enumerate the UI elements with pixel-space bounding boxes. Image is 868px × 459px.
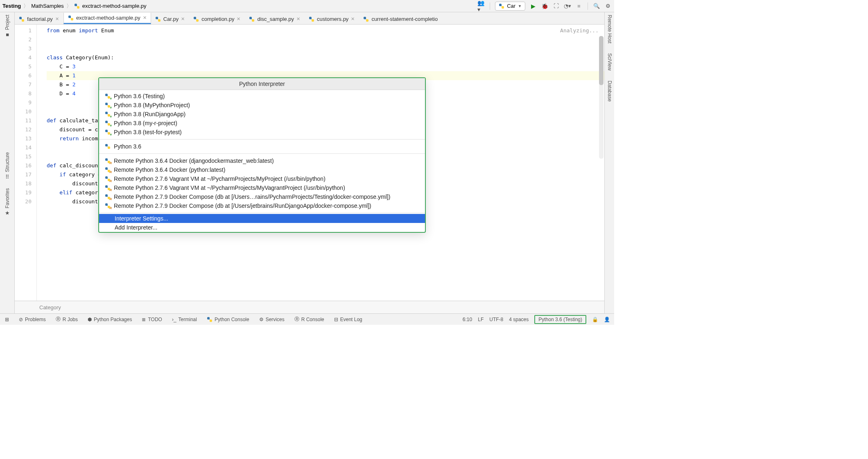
interpreter-option[interactable]: Python 3.6	[99, 142, 425, 151]
python-venv-icon: v	[105, 93, 111, 99]
interpreter-settings-action[interactable]: Interpreter Settings...	[99, 214, 425, 223]
file-encoding[interactable]: UTF-8	[489, 317, 503, 322]
run-button[interactable]: ▶	[529, 2, 537, 10]
breadcrumb-root[interactable]: Testing	[2, 3, 21, 9]
tab-customers[interactable]: customers.py✕	[305, 14, 359, 24]
services-tool[interactable]: ⚙Services	[254, 314, 289, 325]
popup-section-local-sdks: vPython 3.6 (Testing) vPython 3.8 (MyPyt…	[99, 90, 425, 138]
python-console-tool[interactable]: Python Console	[202, 314, 254, 325]
problems-tool[interactable]: ⊘Problems	[14, 314, 51, 325]
python-file-icon	[499, 3, 504, 9]
top-bar: Testing 〉 MathSamples 〉 exctract-method-…	[0, 0, 614, 12]
popup-section-remote: RRemote Python 3.6.4 Docker (djangodocke…	[99, 155, 425, 212]
close-icon[interactable]: ✕	[55, 16, 59, 22]
line-gutter: 1 2 3 4 5 6 7 8 9 10 11 12 13 14 15 16 1…	[15, 25, 37, 301]
add-interpreter-action[interactable]: Add Interpreter...	[99, 223, 425, 232]
database-tool[interactable]: Database	[607, 81, 613, 101]
interpreter-option[interactable]: RRemote Python 2.7.9 Docker Compose (db …	[99, 192, 425, 201]
r-icon: Ⓡ	[56, 316, 61, 323]
line-separator[interactable]: LF	[478, 317, 484, 322]
todo-tool[interactable]: ≣TODO	[137, 314, 167, 325]
event-log-tool[interactable]: ⊟Event Log	[329, 314, 367, 325]
sciview-tool[interactable]: SciView	[607, 53, 613, 70]
close-icon[interactable]: ✕	[143, 15, 147, 20]
close-icon[interactable]: ✕	[237, 16, 240, 22]
editor-tabs: factorial.py✕ exctract-method-sample.py✕…	[0, 12, 614, 25]
r-console-tool[interactable]: ⓇR Console	[289, 314, 329, 325]
left-tool-rail: ■Project ⠿Structure ★Favorites	[0, 12, 15, 313]
favorites-tool[interactable]: ★Favorites	[5, 188, 10, 216]
chevron-right-icon: 〉	[66, 2, 72, 10]
interpreter-option[interactable]: RRemote Python 2.7.9 Docker Compose (db …	[99, 201, 425, 210]
python-remote-icon: R	[105, 158, 111, 164]
r-icon: Ⓡ	[294, 316, 299, 323]
scrollbar-thumb[interactable]	[599, 36, 604, 85]
close-icon[interactable]: ✕	[181, 16, 185, 22]
python-venv-icon: v	[105, 129, 111, 135]
lock-icon[interactable]: 🔒	[592, 317, 598, 322]
interpreter-option[interactable]: vPython 3.6 (Testing)	[99, 92, 425, 101]
interpreter-option[interactable]: RRemote Python 2.7.6 Vagrant VM at ~/Pyc…	[99, 183, 425, 192]
gear-icon: ⚙	[259, 317, 264, 322]
terminal-icon: ›_	[172, 317, 176, 322]
breadcrumb-file[interactable]: exctract-method-sample.py	[82, 3, 147, 9]
interpreter-option[interactable]: RRemote Python 3.6.4 Docker (python:late…	[99, 165, 425, 174]
divider	[99, 153, 425, 154]
tab-factorial[interactable]: factorial.py✕	[15, 14, 63, 24]
python-interpreter-selector[interactable]: Python 3.6 (Testing)	[534, 315, 586, 324]
debug-button[interactable]: 🐞	[541, 2, 548, 10]
tab-disc-sample[interactable]: disc_sample.py✕	[245, 14, 305, 24]
code-with-me-icon[interactable]: 👥▾	[477, 2, 485, 10]
tab-car[interactable]: Car.py✕	[151, 14, 190, 24]
list-icon: ≣	[142, 317, 146, 322]
interpreter-option[interactable]: vPython 3.8 (my-r-project)	[99, 119, 425, 128]
interpreter-option[interactable]: vPython 3.8 (test-for-pytest)	[99, 128, 425, 137]
python-packages-tool[interactable]: ⬢Python Packages	[83, 314, 137, 325]
settings-icon[interactable]: ⚙	[604, 2, 612, 10]
terminal-tool[interactable]: ›_Terminal	[167, 314, 202, 325]
python-remote-icon: R	[105, 176, 111, 182]
scrollbar[interactable]	[599, 36, 604, 159]
editor-breadcrumb: Category	[15, 301, 604, 313]
structure-tool[interactable]: ⠿Structure	[5, 152, 10, 180]
coverage-button[interactable]: ⛶	[552, 2, 560, 10]
analyzing-label: Analyzing...	[560, 26, 599, 35]
breadcrumb: Testing 〉 MathSamples 〉 exctract-method-…	[2, 2, 147, 10]
python-remote-icon: R	[105, 185, 111, 191]
interpreter-option[interactable]: RRemote Python 2.7.6 Vagrant VM at ~/Pyc…	[99, 174, 425, 183]
divider	[490, 2, 490, 10]
python-file-icon	[363, 16, 369, 22]
interpreter-option[interactable]: vPython 3.8 (RunDjangoApp)	[99, 110, 425, 119]
tab-completion[interactable]: completion.py✕	[189, 14, 245, 24]
folder-icon: ■	[6, 32, 9, 38]
python-venv-icon: v	[105, 102, 111, 108]
caret-position[interactable]: 6:10	[463, 317, 472, 322]
close-icon[interactable]: ✕	[296, 16, 300, 22]
run-config-label: Car	[507, 3, 515, 9]
search-icon[interactable]: 🔍	[593, 2, 600, 10]
project-tool[interactable]: ■Project	[5, 15, 10, 38]
window-menu-icon[interactable]: ⊞	[0, 314, 14, 325]
crumb-category[interactable]: Category	[39, 304, 61, 310]
run-config-selector[interactable]: Car ▼	[495, 2, 525, 11]
python-remote-icon: R	[105, 167, 111, 173]
stop-button[interactable]: ■	[575, 2, 583, 10]
python-remote-icon: R	[105, 203, 111, 209]
remote-host-tool[interactable]: Remote Host	[607, 15, 613, 43]
tab-exctract-method-sample[interactable]: exctract-method-sample.py✕	[63, 13, 151, 24]
r-jobs-tool[interactable]: ⓇR Jobs	[51, 314, 83, 325]
close-icon[interactable]: ✕	[351, 16, 355, 22]
python-file-icon	[249, 16, 255, 22]
python-file-icon	[74, 3, 80, 9]
indent-setting[interactable]: 4 spaces	[509, 317, 529, 322]
profile-button[interactable]: ◔▾	[564, 2, 571, 10]
interpreter-option[interactable]: vPython 3.8 (MyPythonProject)	[99, 101, 425, 110]
chevron-down-icon: ▼	[518, 4, 522, 8]
log-icon: ⊟	[334, 317, 338, 322]
chevron-right-icon: 〉	[23, 2, 29, 10]
interpreter-option[interactable]: RRemote Python 3.6.4 Docker (djangodocke…	[99, 156, 425, 165]
status-bar: 6:10 LF UTF-8 4 spaces Python 3.6 (Testi…	[463, 315, 614, 324]
inspection-icon[interactable]: 👤	[604, 317, 610, 322]
breadcrumb-folder[interactable]: MathSamples	[31, 3, 63, 9]
tab-current-statement[interactable]: current-statement-completio	[359, 14, 442, 24]
